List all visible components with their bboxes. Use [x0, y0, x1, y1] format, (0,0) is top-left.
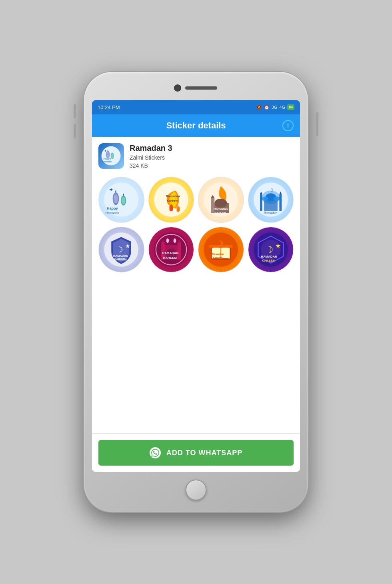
sticker-item[interactable]: ☽ ★ RAMADAN KAREEM [98, 227, 144, 273]
sticker-grid: ✦ Happy Ramadan [92, 173, 300, 276]
svg-text:RAMADAN: RAMADAN [113, 254, 128, 258]
home-button[interactable] [186, 480, 206, 500]
svg-point-37 [262, 196, 268, 201]
signal-3g: 3G [272, 105, 278, 110]
svg-text:RAMADAN: RAMADAN [162, 251, 178, 255]
svg-text:RAMADAN: RAMADAN [261, 255, 277, 258]
sticker-item[interactable]: Ramadan Kareem [198, 177, 244, 223]
svg-text:Kareem: Kareem [215, 211, 226, 215]
svg-point-38 [274, 196, 280, 201]
status-right: 🔕 ⏰ 3G 4G 94 [256, 104, 294, 110]
svg-point-58 [173, 238, 176, 243]
svg-point-11 [114, 194, 118, 204]
volume-down-button [74, 124, 76, 138]
sticker-item[interactable]: ☽ Ramadan [248, 177, 294, 223]
svg-text:Happy: Happy [107, 206, 118, 210]
svg-text:Ramadan: Ramadan [212, 252, 224, 255]
svg-text:☽: ☽ [264, 244, 273, 255]
app-bar: Sticker details i [92, 114, 300, 137]
svg-text:★: ★ [275, 242, 281, 249]
status-time: 10:24 PM [98, 104, 120, 110]
svg-text:Kareem: Kareem [167, 199, 178, 202]
svg-text:☽: ☽ [116, 245, 123, 254]
svg-text:Ramadan: Ramadan [263, 211, 278, 215]
svg-rect-39 [260, 194, 262, 211]
svg-rect-40 [279, 194, 282, 211]
power-button [316, 112, 318, 136]
svg-text:KAREEM: KAREEM [262, 259, 276, 262]
svg-text:KAREEM: KAREEM [114, 258, 127, 261]
phone-screen: 10:24 PM 🔕 ⏰ 3G 4G 94 Sticker details i [92, 100, 300, 472]
app-bar-title: Sticker details [166, 120, 226, 131]
svg-point-2 [107, 152, 109, 158]
silent-icon: 🔕 [256, 105, 262, 110]
svg-text:KAREEM: KAREEM [163, 256, 177, 259]
svg-text:Ramadan: Ramadan [166, 195, 180, 198]
svg-text:☽: ☽ [269, 188, 273, 192]
sticker-item[interactable]: ☽ ★ RAMADAN KAREEM [248, 227, 294, 273]
sticker-item[interactable]: ✦ Happy Ramadan [98, 177, 144, 223]
phone-top-bar [92, 80, 300, 96]
svg-text:✦: ✦ [109, 187, 114, 193]
svg-text:Happy: Happy [104, 158, 111, 161]
alarm-icon: ⏰ [264, 105, 270, 110]
sticker-item[interactable]: RAMADAN KAREEM [148, 227, 194, 273]
svg-rect-20 [169, 205, 173, 212]
phone-bottom [186, 476, 206, 504]
content-area: ✦ Happy Ramadan Ramadan 3 Zalmi Stickers… [92, 137, 300, 472]
pack-size: 324 KB [130, 162, 172, 169]
info-button[interactable]: i [282, 120, 294, 131]
signal-4g: 4G [279, 105, 285, 110]
svg-rect-67 [209, 245, 233, 248]
pack-icon: ✦ Happy Ramadan [98, 143, 124, 169]
svg-rect-21 [176, 206, 180, 212]
phone-device: 10:24 PM 🔕 ⏰ 3G 4G 94 Sticker details i [84, 72, 308, 512]
sticker-item[interactable]: Ramadan Kareem [148, 177, 194, 223]
add-to-whatsapp-button[interactable]: ADD TO WHATSAPP [98, 440, 294, 466]
svg-rect-29 [211, 198, 215, 213]
svg-point-14 [122, 197, 125, 204]
svg-text:Ramadan: Ramadan [106, 211, 119, 215]
battery-indicator: 94 [287, 104, 294, 110]
add-whatsapp-label: ADD TO WHATSAPP [166, 449, 242, 457]
bottom-section: ADD TO WHATSAPP [92, 433, 300, 472]
svg-point-57 [166, 238, 169, 243]
sticker-item[interactable]: ☽ Ramadan Kareem [198, 227, 244, 273]
svg-text:Kareem: Kareem [213, 256, 223, 259]
svg-text:★: ★ [125, 243, 130, 249]
pack-name: Ramadan 3 [130, 144, 172, 153]
svg-point-28 [215, 199, 228, 208]
svg-point-5 [112, 154, 114, 158]
whatsapp-icon [150, 447, 161, 458]
volume-up-button [74, 104, 76, 118]
svg-text:✦: ✦ [104, 149, 107, 153]
pack-header: ✦ Happy Ramadan Ramadan 3 Zalmi Stickers… [92, 137, 300, 173]
status-bar: 10:24 PM 🔕 ⏰ 3G 4G 94 [92, 100, 300, 114]
pack-author: Zalmi Stickers [130, 154, 172, 161]
pack-info: Ramadan 3 Zalmi Stickers 324 KB [130, 144, 172, 169]
svg-text:Ramadan: Ramadan [102, 161, 112, 163]
front-camera [175, 85, 180, 91]
earpiece-speaker [185, 86, 217, 90]
svg-text:Ramadan: Ramadan [214, 207, 228, 211]
